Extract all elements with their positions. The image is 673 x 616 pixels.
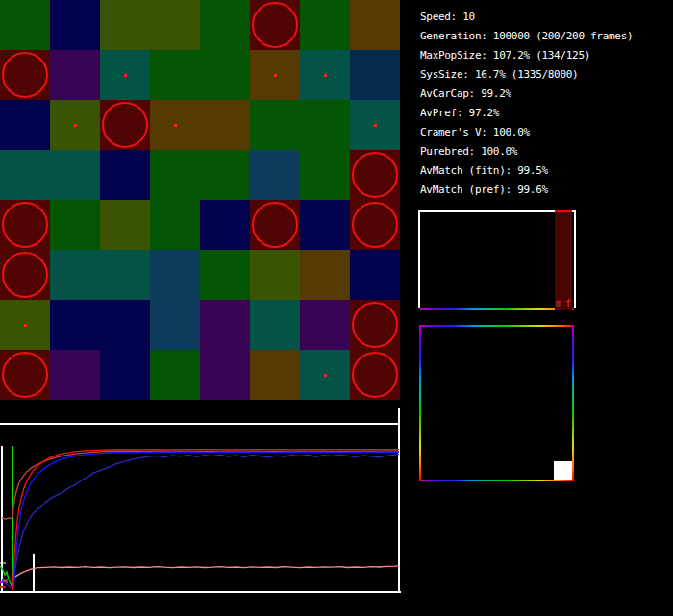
creature-circle <box>2 352 48 398</box>
creature-dot <box>74 124 77 127</box>
male-label: m <box>556 297 561 310</box>
grid-cell[interactable] <box>100 0 150 50</box>
grid-cell[interactable] <box>0 50 50 100</box>
hue-spectrum-axis <box>420 308 574 310</box>
grid-cell[interactable] <box>350 250 400 300</box>
grid-cell[interactable] <box>200 200 250 250</box>
creature-circle <box>2 252 48 298</box>
creature-circle <box>252 202 298 248</box>
grid-cell[interactable] <box>300 150 350 200</box>
grid-cell[interactable] <box>0 200 50 250</box>
creature-dot <box>124 74 127 77</box>
stat-line: AvCarCap: 99.2% <box>420 85 633 104</box>
grid-cell[interactable] <box>50 50 100 100</box>
grid-cell[interactable] <box>300 250 350 300</box>
series-AvCarCap <box>12 450 399 591</box>
grid-cell[interactable] <box>100 100 150 150</box>
grid-cell[interactable] <box>50 200 100 250</box>
grid-cell[interactable] <box>250 50 300 100</box>
grid-cell[interactable] <box>300 0 350 50</box>
creature-dot <box>374 124 377 127</box>
grid-cell[interactable] <box>150 50 200 100</box>
grid-cell[interactable] <box>50 350 100 400</box>
grid-cell[interactable] <box>150 200 200 250</box>
grid-cell[interactable] <box>150 0 200 50</box>
grid-cell[interactable] <box>300 200 350 250</box>
grid-cell[interactable] <box>0 250 50 300</box>
population-bar: m f <box>555 210 572 310</box>
grid-cell[interactable] <box>350 350 400 400</box>
grid-cell[interactable] <box>0 300 50 350</box>
grid-cell[interactable] <box>300 50 350 100</box>
grid-cell[interactable] <box>250 100 300 150</box>
grid-cell[interactable] <box>50 0 100 50</box>
stat-line: Generation: 100000 (200/200 frames) <box>420 27 633 46</box>
grid-cell[interactable] <box>300 100 350 150</box>
grid-cell[interactable] <box>50 250 100 300</box>
grid-cell[interactable] <box>100 50 150 100</box>
creature-circle <box>352 352 398 398</box>
grid-cell[interactable] <box>200 100 250 150</box>
grid-cell[interactable] <box>200 350 250 400</box>
female-label: f <box>565 297 571 310</box>
grid-cell[interactable] <box>100 150 150 200</box>
creature-circle <box>102 102 148 148</box>
grid-cell[interactable] <box>50 300 100 350</box>
grid-cell[interactable] <box>250 0 300 50</box>
grid-cell[interactable] <box>350 50 400 100</box>
grid-cell[interactable] <box>250 250 300 300</box>
grid-cell[interactable] <box>0 150 50 200</box>
grid-cell[interactable] <box>100 350 150 400</box>
grid-cell[interactable] <box>200 0 250 50</box>
stats-panel: Speed: 10Generation: 100000 (200/200 fra… <box>420 8 633 200</box>
hue-axis-top <box>419 325 574 327</box>
hue-axis-left <box>419 325 421 481</box>
stat-line: AvMatch (pref): 99.6% <box>420 181 633 200</box>
grid-cell[interactable] <box>200 50 250 100</box>
creature-dot <box>324 374 327 377</box>
stat-line: SysSize: 16.7% (1335/8000) <box>420 65 633 85</box>
creature-circle <box>252 2 298 48</box>
hue-axis-bottom <box>419 480 574 481</box>
grid-cell[interactable] <box>250 150 300 200</box>
grid-cell[interactable] <box>100 200 150 250</box>
grid-cell[interactable] <box>150 350 200 400</box>
population-cluster-marker <box>554 461 572 480</box>
grid-cell[interactable] <box>50 150 100 200</box>
stat-line: Speed: 10 <box>420 8 633 27</box>
creature-circle <box>2 52 48 98</box>
grid-cell[interactable] <box>0 0 50 50</box>
grid-cell[interactable] <box>50 100 100 150</box>
grid-cell[interactable] <box>350 200 400 250</box>
grid-cell[interactable] <box>250 350 300 400</box>
grid-cell[interactable] <box>200 150 250 200</box>
stat-line: AvPref: 97.2% <box>420 104 633 123</box>
creature-dot <box>274 74 277 77</box>
grid-cell[interactable] <box>100 250 150 300</box>
grid-cell[interactable] <box>150 100 200 150</box>
grid-cell[interactable] <box>350 300 400 350</box>
grid-cell[interactable] <box>350 100 400 150</box>
creature-circle <box>2 202 48 248</box>
grid-cell[interactable] <box>200 300 250 350</box>
grid-cell[interactable] <box>200 250 250 300</box>
grid-cell[interactable] <box>300 350 350 400</box>
hue-map <box>419 325 574 481</box>
hue-axis-right <box>572 325 574 481</box>
grid-cell[interactable] <box>350 0 400 50</box>
grid-cell[interactable] <box>0 350 50 400</box>
grid-cell[interactable] <box>150 250 200 300</box>
grid-cell[interactable] <box>150 150 200 200</box>
stat-line: Purebred: 100.0% <box>420 142 633 161</box>
creature-circle <box>352 202 398 248</box>
grid-cell[interactable] <box>250 200 300 250</box>
grid-cell[interactable] <box>300 300 350 350</box>
grid-cell[interactable] <box>0 100 50 150</box>
series-AvPref <box>2 455 399 589</box>
grid-cell[interactable] <box>150 300 200 350</box>
creature-dot <box>24 324 27 327</box>
creature-dot <box>174 124 177 127</box>
grid-cell[interactable] <box>350 150 400 200</box>
grid-cell[interactable] <box>100 300 150 350</box>
grid-cell[interactable] <box>250 300 300 350</box>
